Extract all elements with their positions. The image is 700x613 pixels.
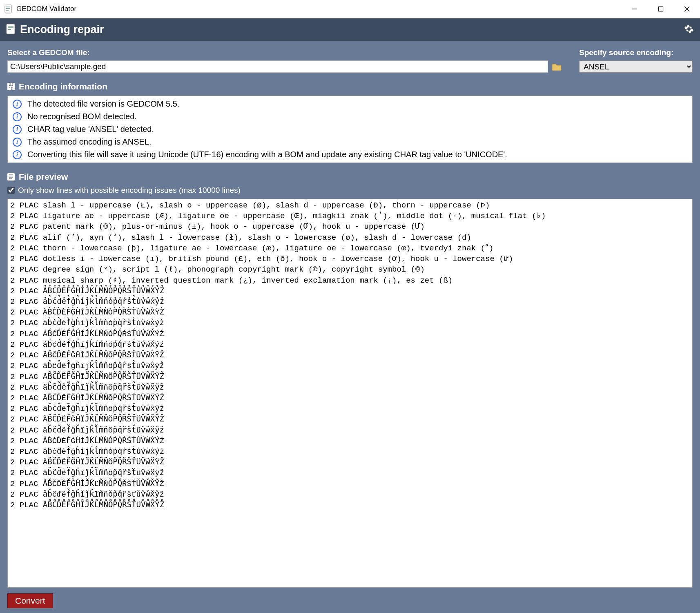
info-icon: i	[13, 112, 22, 121]
svg-rect-5	[659, 7, 663, 11]
window-title: GEDCOM Validator	[16, 5, 622, 13]
body: Select a GEDCOM file: Specify source enc…	[0, 41, 700, 613]
info-section-icon: 0110	[7, 83, 15, 90]
encoding-repair-icon	[6, 24, 15, 36]
banner: Encoding repair	[0, 18, 700, 41]
encoding-select[interactable]: ANSEL	[579, 60, 693, 73]
info-line: iCHAR tag value 'ANSEL' detected.	[13, 125, 687, 134]
info-icon: i	[13, 100, 22, 109]
banner-title: Encoding repair	[20, 23, 684, 36]
svg-rect-1	[6, 7, 10, 7]
info-text: No recognised BOM detected.	[27, 112, 137, 121]
filter-checkbox[interactable]	[7, 187, 15, 194]
maximize-button[interactable]	[648, 0, 674, 18]
file-select-label: Select a GEDCOM file:	[7, 48, 563, 57]
browse-folder-button[interactable]	[551, 61, 563, 72]
encoding-info-panel: iThe detected file version is GEDCOM 5.5…	[7, 96, 693, 163]
file-row	[7, 60, 563, 73]
encoding-column: Specify source encoding: ANSEL	[579, 48, 693, 73]
top-row: Select a GEDCOM file: Specify source enc…	[7, 48, 693, 73]
file-path-input[interactable]	[7, 60, 548, 73]
svg-rect-9	[8, 26, 13, 27]
info-text: CHAR tag value 'ANSEL' detected.	[27, 125, 154, 134]
info-line: iNo recognised BOM detected.	[13, 112, 687, 121]
file-preview-box[interactable]: 2 PLAC slash l - uppercase (Ł), slash o …	[7, 199, 693, 588]
info-icon: i	[13, 138, 22, 147]
info-text: Converting this file will save it using …	[27, 150, 507, 159]
file-column: Select a GEDCOM file:	[7, 48, 563, 73]
filter-row[interactable]: Only show lines with possible encoding i…	[7, 186, 693, 195]
svg-rect-2	[6, 8, 10, 9]
info-line: iThe detected file version is GEDCOM 5.5…	[13, 99, 687, 109]
encoding-info-header: 0110 Encoding information	[7, 82, 693, 91]
minimize-button[interactable]	[622, 0, 648, 18]
file-preview-header: File preview	[7, 172, 693, 182]
encoding-select-label: Specify source encoding:	[579, 48, 693, 57]
titlebar: GEDCOM Validator	[0, 0, 700, 18]
svg-rect-3	[6, 10, 9, 11]
info-icon: i	[13, 125, 22, 134]
close-button[interactable]	[674, 0, 700, 18]
svg-rect-10	[8, 27, 13, 28]
convert-button[interactable]: Convert	[7, 593, 53, 608]
svg-rect-11	[8, 29, 11, 30]
encoding-info-title: Encoding information	[19, 82, 107, 91]
gear-icon[interactable]	[684, 24, 694, 36]
info-line: iConverting this file will save it using…	[13, 150, 687, 159]
info-text: The detected file version is GEDCOM 5.5.	[27, 99, 179, 109]
info-icon: i	[13, 150, 22, 159]
window-controls	[622, 0, 700, 18]
app-icon	[4, 4, 12, 14]
file-preview-title: File preview	[19, 172, 68, 182]
info-text: The assumed encoding is ANSEL.	[27, 137, 152, 147]
info-line: iThe assumed encoding is ANSEL.	[13, 137, 687, 147]
preview-section-icon	[7, 173, 15, 181]
svg-rect-12	[8, 174, 14, 180]
filter-label: Only show lines with possible encoding i…	[18, 186, 241, 195]
